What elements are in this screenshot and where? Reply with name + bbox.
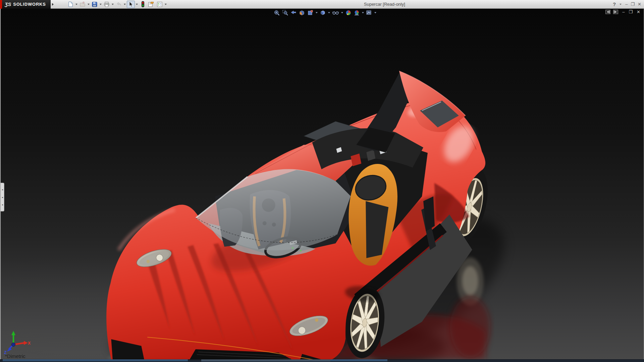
collapse-arrow-icon: ◂ [2, 196, 3, 198]
app-logo: ƷS SOLIDWORKS [2, 0, 51, 9]
model-viewport-canvas[interactable] [1, 9, 644, 359]
save-button[interactable] [91, 1, 99, 8]
view-settings-button[interactable] [365, 9, 373, 16]
previous-view-icon [290, 10, 297, 16]
select-cursor-icon [128, 1, 133, 7]
undo-dropdown-caret[interactable] [123, 1, 126, 8]
feature-tree-collapsed-tab[interactable]: ◂ ◂ ◂ [1, 183, 4, 212]
restore-button[interactable]: ❐ [631, 0, 635, 9]
previous-view-button[interactable] [290, 9, 298, 16]
open-dropdown-caret[interactable] [87, 1, 90, 8]
display-style-button[interactable] [319, 9, 327, 16]
close-button[interactable]: ✕ [638, 0, 641, 9]
collapse-pane-left-icon[interactable] [605, 10, 610, 14]
print-icon [104, 1, 110, 7]
main-toolbar [66, 1, 167, 8]
taskbar-segment [3, 360, 188, 362]
solidworks-logo-mark: ƷS [5, 1, 11, 7]
heads-up-view-toolbar [273, 9, 377, 16]
print-button[interactable] [103, 1, 111, 8]
save-dropdown-caret[interactable] [99, 1, 102, 8]
x-axis-label: X [28, 341, 31, 346]
doc-close-button[interactable]: ✕ [637, 9, 640, 14]
section-view-button[interactable] [298, 9, 306, 16]
view-orientation-button[interactable] [307, 9, 314, 16]
menu-flyout-arrow-icon[interactable] [52, 3, 54, 6]
options-dropdown-caret[interactable] [164, 1, 167, 8]
hide-show-items-caret[interactable] [340, 9, 344, 16]
rebuild-stoplight-icon [141, 1, 145, 7]
taskbar-segment [330, 360, 387, 362]
options-button[interactable] [156, 1, 164, 8]
minimize-button[interactable]: – [625, 0, 628, 9]
save-icon [92, 1, 98, 7]
help-button[interactable]: ? [613, 0, 616, 9]
select-button[interactable] [127, 1, 135, 8]
window-title: Supercar [Read-only] [364, 0, 405, 9]
help-dropdown-caret[interactable] [619, 1, 622, 8]
doc-restore-button[interactable]: ❐ [629, 9, 633, 14]
taskbar-segment [201, 360, 330, 362]
taskbar-edge[interactable] [0, 359, 644, 362]
collapse-arrow-icon: ◂ [2, 188, 3, 191]
collapse-pane-right-icon[interactable] [613, 10, 618, 14]
select-dropdown-caret[interactable] [135, 1, 139, 8]
zoom-to-fit-button[interactable] [273, 9, 281, 16]
display-style-caret[interactable] [327, 9, 331, 16]
zoom-to-fit-icon [274, 10, 280, 16]
collapse-arrow-icon: ◂ [2, 203, 3, 206]
title-bar: ƷS SOLIDWORKS [0, 0, 644, 9]
edit-appearance-icon [345, 10, 352, 16]
zoom-to-area-button[interactable] [281, 9, 289, 16]
section-view-icon [299, 10, 305, 16]
solidworks-logo-text: SOLIDWORKS [13, 2, 46, 7]
y-axis-arrow [11, 331, 15, 335]
open-button[interactable] [78, 1, 87, 8]
view-settings-icon [366, 10, 372, 16]
new-dropdown-caret[interactable] [75, 1, 78, 8]
view-orientation-caret[interactable] [315, 9, 318, 16]
display-style-icon [320, 10, 326, 16]
print-dropdown-caret[interactable] [111, 1, 114, 8]
options-icon [157, 1, 163, 7]
apply-scene-icon [354, 10, 360, 16]
hide-show-items-icon [332, 10, 339, 16]
x-axis-arrow [24, 341, 28, 345]
rebuild-button[interactable] [139, 1, 147, 8]
document-window-controls: – ❐ ✕ [605, 9, 640, 14]
view-settings-caret[interactable] [374, 9, 377, 16]
new-document-button[interactable] [66, 1, 74, 8]
apply-scene-caret[interactable] [361, 9, 365, 16]
undo-icon [116, 1, 122, 7]
doc-minimize-button[interactable]: – [622, 9, 625, 14]
undo-button[interactable] [115, 1, 123, 8]
zoom-to-area-icon [282, 10, 288, 16]
view-orientation-label: *Dimetric [5, 353, 25, 359]
open-icon [79, 1, 86, 7]
view-orientation-icon [307, 10, 314, 16]
new-document-icon [67, 1, 73, 7]
file-properties-icon [148, 1, 154, 7]
edit-appearance-button[interactable] [344, 9, 352, 16]
hide-show-items-button[interactable] [331, 9, 340, 16]
file-properties-button[interactable] [147, 1, 155, 8]
apply-scene-button[interactable] [353, 9, 361, 16]
graphics-area[interactable]: – ❐ ✕ ◂ ◂ ◂ X Z *Dimetric [0, 9, 644, 359]
